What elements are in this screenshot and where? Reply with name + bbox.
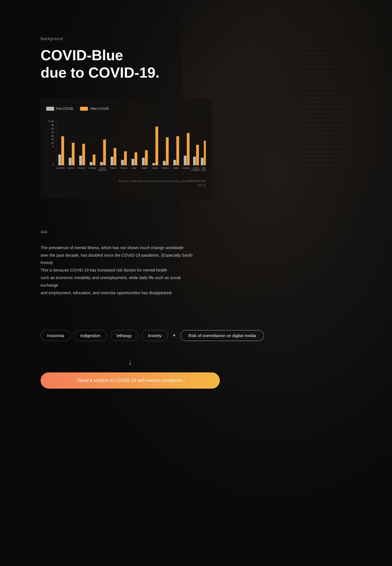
svg-text:Austria: Austria: [68, 166, 75, 169]
quote-mark: ““: [41, 229, 197, 240]
symptom-anxiety: Anxiety: [141, 330, 168, 341]
bar-uk-pre: [193, 157, 196, 165]
bar-japan-after: [145, 150, 148, 165]
legend-pre: Pre-COVID: [46, 107, 73, 111]
svg-text:20: 20: [51, 134, 54, 137]
svg-text:Korea: Korea: [152, 166, 158, 169]
bar-spain-after: [176, 136, 179, 165]
svg-text:States: States: [202, 169, 206, 171]
source-line1: Sources : www.hani.co.kr/arti/economy/ec…: [46, 179, 206, 183]
bar-uk-after: [196, 145, 199, 165]
svg-text:Sweden: Sweden: [182, 166, 190, 169]
bar-spain-pre: [173, 160, 176, 165]
svg-text:0: 0: [53, 163, 54, 166]
bar-italy-pre: [132, 159, 134, 165]
quote-text: The prevalence of mental illness, which …: [41, 244, 197, 297]
svg-text:10: 10: [51, 142, 54, 144]
source-line2: OECD: [46, 183, 206, 187]
bar-austria-pre: [69, 158, 72, 165]
title-line1: COVID-Blue: [41, 47, 123, 63]
bar-greece-pre: [121, 160, 124, 165]
arrow-section: ↓: [41, 355, 220, 372]
svg-text:Mexico: Mexico: [162, 166, 169, 169]
svg-text:30: 30: [51, 127, 54, 130]
svg-text:Australia: Australia: [56, 166, 65, 169]
digital-risk-pill: Risk of overreliance on digital media: [180, 330, 264, 341]
bar-us-pre: [201, 158, 204, 165]
bar-japan-pre: [142, 158, 145, 165]
symptom-lethargy: lethargy: [110, 330, 138, 341]
legend-pre-box: [46, 107, 54, 111]
bar-france-after: [114, 148, 116, 165]
svg-text:Greece: Greece: [120, 166, 127, 169]
bar-sweden-pre: [184, 156, 186, 165]
bar-australia-after: [61, 136, 64, 165]
svg-text:Belgium: Belgium: [78, 166, 86, 169]
svg-text:Canada: Canada: [88, 166, 96, 169]
plus-symbol: +: [171, 332, 177, 339]
legend-after-box: [80, 107, 88, 111]
bar-sweden-after: [187, 133, 190, 165]
svg-text:Republic: Republic: [98, 169, 107, 171]
solution-banner: “ Need a solution to COVID-19 with vario…: [41, 372, 220, 389]
chart-svg: % 40 35 30 25 20 15: [46, 115, 206, 177]
bar-korea-after: [155, 127, 158, 165]
chart-legend: Pre-COVID After-COVID: [46, 107, 206, 111]
bar-italy-after: [134, 152, 137, 165]
symptom-indigestion: indigestion: [74, 330, 107, 341]
down-arrow: ↓: [128, 358, 132, 367]
svg-text:35: 35: [51, 124, 54, 126]
section-background: Background COVID-Blue due to COVID-19.: [41, 0, 351, 82]
svg-text:5: 5: [53, 145, 54, 148]
chart-area: % 40 35 30 25 20 15: [46, 115, 206, 177]
section-label: Background: [41, 36, 351, 41]
title-line2: due to COVID-19.: [41, 64, 160, 81]
bar-austria-after: [72, 143, 74, 165]
bar-canada-pre: [90, 162, 92, 165]
legend-after: After-COVID: [80, 107, 109, 111]
bar-belgium-pre: [79, 156, 82, 165]
bar-belgium-after: [82, 144, 85, 165]
quote-section: ““ The prevalence of mental illness, whi…: [41, 207, 197, 308]
symptom-insomnia: Insomnia: [41, 330, 71, 341]
svg-text:40: 40: [51, 120, 54, 123]
svg-text:France: France: [110, 166, 117, 169]
bar-mexico-after: [166, 137, 169, 165]
bar-mexico-pre: [163, 161, 166, 165]
bar-france-pre: [111, 157, 113, 165]
bar-us-after: [204, 140, 206, 165]
legend-after-label: After-COVID: [90, 107, 109, 111]
bar-czech-pre: [100, 162, 103, 165]
y-axis-percent: %: [48, 120, 51, 123]
bar-canada-after: [93, 154, 95, 165]
symptoms-section: Insomnia indigestion lethargy Anxiety + …: [41, 308, 351, 355]
bar-greece-after: [124, 151, 127, 165]
svg-text:Kingdom: Kingdom: [191, 169, 200, 171]
main-title: COVID-Blue due to COVID-19.: [41, 47, 351, 82]
chart-source: Sources : www.hani.co.kr/arti/economy/ec…: [46, 179, 206, 187]
svg-text:25: 25: [51, 131, 54, 134]
svg-text:15: 15: [51, 138, 54, 141]
chart-container: Pre-COVID After-COVID % 40 35 30: [41, 98, 211, 199]
bar-australia-pre: [58, 154, 61, 165]
svg-text:Japan: Japan: [141, 166, 147, 169]
svg-text:Italy: Italy: [132, 166, 136, 169]
bar-korea-pre: [152, 163, 155, 165]
legend-pre-label: Pre-COVID: [56, 107, 73, 111]
svg-text:Spain: Spain: [173, 166, 179, 169]
bar-czech-after: [103, 140, 106, 165]
